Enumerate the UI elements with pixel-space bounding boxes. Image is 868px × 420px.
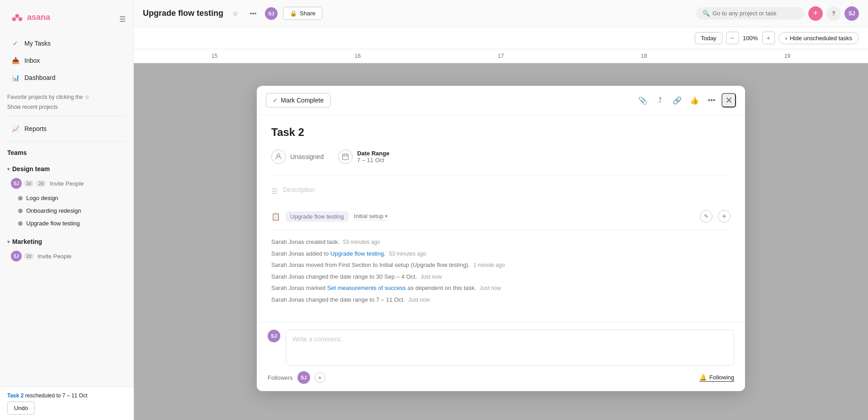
- like-button[interactable]: 👍: [687, 93, 702, 107]
- hide-unscheduled-button[interactable]: › Hide unscheduled tasks: [778, 32, 859, 44]
- comment-placeholder: Write a comment...: [292, 336, 345, 343]
- modal-header: ✓ Mark Complete 📎 ⤴ 🔗 👍 ••• ✕: [257, 86, 745, 115]
- star-icon[interactable]: ☆: [229, 7, 241, 20]
- comment-input[interactable]: Write a comment...: [286, 330, 734, 366]
- more-options-icon[interactable]: •••: [247, 7, 259, 20]
- member-badge-2d-1: 2d: [24, 180, 34, 187]
- date-range: Date Range 7 – 11 Oct: [357, 150, 390, 163]
- global-add-button[interactable]: +: [808, 6, 823, 21]
- notification-task-link[interactable]: Task 2: [7, 392, 24, 399]
- add-section-button[interactable]: +: [718, 210, 731, 223]
- teams-label: Teams: [7, 149, 27, 156]
- activity-link-4[interactable]: Set measurements of success: [327, 285, 406, 291]
- hide-tasks-label: Hide unscheduled tasks: [790, 35, 852, 42]
- timeline-date-18: 18: [572, 49, 716, 63]
- mark-complete-label: Mark Complete: [281, 97, 324, 104]
- description-icon: ☰: [271, 187, 278, 196]
- marketing-invite[interactable]: Invite People: [36, 253, 73, 260]
- follower-avatar-sj: SJ: [297, 371, 310, 384]
- following-button[interactable]: 🔔 Following: [699, 374, 734, 382]
- marketing-team-chevron: ▾: [7, 239, 9, 244]
- nav-item-inbox[interactable]: 📥 Inbox: [4, 52, 130, 69]
- more-button[interactable]: •••: [704, 93, 719, 107]
- modal-body: Task 2 Unassigned: [257, 115, 745, 322]
- undo-button[interactable]: Undo: [7, 401, 35, 415]
- share-button[interactable]: 🔒 Share: [283, 7, 322, 20]
- svg-point-0: [15, 14, 19, 18]
- nav-item-my-tasks[interactable]: ✓ My Tasks: [4, 35, 130, 51]
- add-follower-button[interactable]: +: [315, 372, 326, 383]
- chevron-hide-icon: ›: [785, 35, 787, 42]
- attach-button[interactable]: 📎: [636, 93, 650, 107]
- member-badge-2d-2: 2d: [36, 180, 46, 187]
- timeline-controls: Today − 100% + › Hide unscheduled tasks: [134, 27, 868, 49]
- subtask-button[interactable]: ⤴: [653, 93, 667, 107]
- modal-close-button[interactable]: ✕: [722, 93, 736, 107]
- activity-item-0: Sarah Jonas created task. 53 minutes ago: [271, 238, 731, 247]
- reports-label: Reports: [24, 125, 47, 132]
- project-dot-onboarding: [18, 209, 23, 213]
- notification-message: rescheduled to 7 – 11 Oct: [25, 392, 87, 399]
- project-label-upgrade-flow: Upgrade flow testing: [26, 220, 80, 227]
- project-avatar: SJ: [265, 7, 278, 20]
- topbar-right: 🔍 Go to any project or task + ? SJ: [696, 6, 859, 21]
- mark-complete-button[interactable]: ✓ Mark Complete: [266, 93, 330, 107]
- notification-text: Task 2 rescheduled to 7 – 11 Oct: [7, 392, 127, 399]
- followers-label: Followers: [268, 374, 293, 381]
- unassigned-label: Unassigned: [290, 153, 324, 160]
- zoom-controls: − 100% +: [726, 32, 775, 44]
- section-tag-label: Initial setup: [354, 213, 384, 219]
- reports-icon: 📈: [11, 124, 20, 133]
- activity-item-1: Sarah Jonas added to Upgrade flow testin…: [271, 249, 731, 258]
- project-dot-logo-design: [18, 196, 23, 201]
- description-placeholder[interactable]: Description: [283, 186, 315, 193]
- sidebar-top: asana ☰: [0, 5, 133, 33]
- user-avatar[interactable]: SJ: [844, 6, 859, 21]
- design-team-name: Design team: [12, 165, 50, 173]
- help-button[interactable]: ?: [826, 6, 841, 21]
- nav-item-reports[interactable]: 📈 Reports: [4, 121, 130, 137]
- search-bar[interactable]: 🔍 Go to any project or task: [696, 7, 805, 19]
- zoom-in-button[interactable]: +: [762, 32, 775, 44]
- marketing-team-name: Marketing: [12, 238, 42, 245]
- link-button[interactable]: 🔗: [670, 93, 684, 107]
- design-team-header[interactable]: ▾ Design team: [0, 162, 133, 176]
- today-button[interactable]: Today: [695, 32, 722, 44]
- project-item-onboarding[interactable]: Onboarding redesign: [4, 205, 130, 217]
- design-team-invite[interactable]: Invite People: [48, 180, 85, 187]
- activity-text-3: Sarah Jonas changed the date range to 30…: [271, 273, 417, 280]
- date-icon: [338, 149, 353, 164]
- sidebar-toggle-button[interactable]: ☰: [115, 12, 130, 26]
- marketing-team-header[interactable]: ▾ Marketing: [0, 234, 133, 249]
- modal-action-buttons: 📎 ⤴ 🔗 👍 ••• ✕: [636, 93, 736, 107]
- project-tag[interactable]: Upgrade flow testing: [286, 211, 349, 222]
- timeline-header: 15 16 17 18 19: [134, 49, 868, 63]
- favorites-label: Favorite projects by clicking the ☆: [0, 89, 133, 102]
- activity-item-3: Sarah Jonas changed the date range to 30…: [271, 272, 731, 281]
- section-tag[interactable]: Initial setup ▾: [354, 213, 388, 220]
- modal-footer: SJ Write a comment... Followers SJ + 🔔 F…: [257, 322, 745, 391]
- project-label-onboarding: Onboarding redesign: [26, 207, 81, 214]
- date-range-meta[interactable]: Date Range 7 – 11 Oct: [338, 149, 390, 164]
- activity-item-5: Sarah Jonas changed the date range to 7 …: [271, 295, 731, 304]
- design-team-members: SJ 2d 2d Invite People: [0, 176, 133, 191]
- comment-area: SJ Write a comment...: [268, 330, 734, 366]
- task-title[interactable]: Task 2: [271, 126, 731, 139]
- timeline-date-16: 16: [286, 49, 429, 63]
- timeline-date-17: 17: [429, 49, 573, 63]
- show-recent-link[interactable]: Show recent projects: [0, 102, 133, 112]
- marketing-team-members: SJ 2d Invite People: [0, 249, 133, 263]
- zoom-out-button[interactable]: −: [726, 32, 739, 44]
- edit-section-button[interactable]: ✎: [700, 210, 712, 223]
- date-range-value: 7 – 11 Oct: [357, 157, 390, 163]
- nav-item-dashboard[interactable]: 📊 Dashboard: [4, 70, 130, 86]
- project-item-logo-design[interactable]: Logo design: [4, 192, 130, 204]
- activity-link-1[interactable]: Upgrade flow testing: [330, 250, 384, 257]
- sidebar-logo: asana: [4, 7, 57, 31]
- teams-section-header[interactable]: Teams: [0, 145, 133, 160]
- project-item-upgrade-flow[interactable]: Upgrade flow testing: [4, 217, 130, 229]
- assignee-meta[interactable]: Unassigned: [271, 149, 324, 164]
- zoom-value: 100%: [741, 35, 760, 42]
- comment-user-avatar: SJ: [268, 330, 280, 342]
- activity-text-4a: Sarah Jonas marked: [271, 285, 327, 291]
